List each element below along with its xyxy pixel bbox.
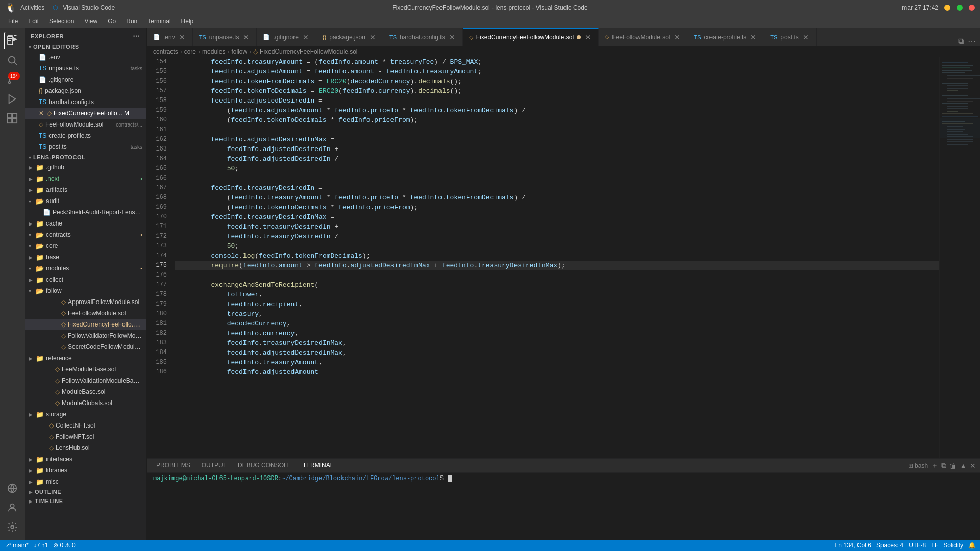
close-panel-icon[interactable]: ✕ [970, 462, 976, 470]
folder-follow[interactable]: ▾ 📂 follow [24, 285, 146, 296]
open-editor-hardhat[interactable]: TS hardhat.config.ts [24, 96, 146, 108]
tab-terminal[interactable]: TERMINAL [298, 460, 339, 471]
collect-nft-file[interactable]: ◇ CollectNFT.sol [24, 420, 146, 431]
open-editor-env[interactable]: 📄 .env [24, 52, 146, 63]
run-debug-activity-icon[interactable] [4, 90, 21, 108]
breadcrumb-modules[interactable]: modules [202, 48, 225, 55]
tab-fixed-close[interactable]: ✕ [584, 33, 592, 41]
tab-post[interactable]: TS post.ts ✕ [764, 28, 816, 46]
folder-storage[interactable]: ▶ 📁 storage [24, 409, 146, 420]
menu-edit[interactable]: Edit [24, 17, 43, 26]
folder-reference[interactable]: ▶ 📁 reference [24, 353, 146, 364]
folder-audit[interactable]: ▾ 📂 audit [24, 195, 146, 207]
folder-artifacts[interactable]: ▶ 📁 artifacts [24, 184, 146, 195]
breadcrumb-follow[interactable]: follow [231, 48, 247, 55]
explorer-activity-icon[interactable] [4, 32, 21, 49]
folder-core[interactable]: ▾ 📂 core [24, 240, 146, 252]
open-editor-fixed[interactable]: ✕ ◇ FixedCurrencyFeeFollo... M [24, 108, 146, 119]
peckshield-file[interactable]: 📄 PeckShield-Audit-Report-LensProto... [24, 207, 146, 218]
lens-protocol-section[interactable]: ▾ LENS-PROTOCOL [24, 153, 146, 162]
code-content[interactable]: feedInfo.treasuryAmount = (feedInfo.amou… [175, 57, 939, 458]
folder-modules[interactable]: ▾ 📂 modules • [24, 263, 146, 274]
split-editor-icon[interactable]: ⧉ [958, 37, 964, 46]
encoding[interactable]: UTF-8 [909, 542, 926, 549]
tab-debug-console[interactable]: DEBUG CONSOLE [233, 460, 297, 471]
folder-misc[interactable]: ▶ 📁 misc [24, 476, 146, 487]
folder-interfaces[interactable]: ▶ 📁 interfaces [24, 454, 146, 465]
folder-github[interactable]: ▶ 📁 .github [24, 162, 146, 173]
git-branch[interactable]: ⎇ main* [4, 542, 29, 549]
tab-feefm-close[interactable]: ✕ [673, 33, 681, 41]
open-editors-section[interactable]: ▾ OPEN EDITORS [24, 42, 146, 52]
open-editor-create-profile[interactable]: TS create-profile.ts [24, 130, 146, 141]
folder-collect[interactable]: ▶ 📁 collect [24, 274, 146, 285]
tab-unpause-close[interactable]: ✕ [242, 33, 250, 41]
tab-cp-close[interactable]: ✕ [749, 33, 757, 41]
breadcrumb-filename[interactable]: FixedCurrencyFeeFollowModule.sol [260, 48, 357, 55]
tab-hardhat[interactable]: TS hardhat.config.ts ✕ [383, 28, 463, 46]
account-activity-icon[interactable] [4, 499, 21, 516]
open-editor-post[interactable]: TS post.ts tasks [24, 141, 146, 153]
tab-pkg-close[interactable]: ✕ [369, 33, 377, 41]
fee-module-base-file[interactable]: ◇ FeeModuleBase.sol [24, 364, 146, 375]
follow-validator-file[interactable]: ◇ FollowValidatorFollowModule... [24, 330, 146, 341]
folder-contracts[interactable]: ▾ 📂 contracts • [24, 229, 146, 240]
tab-gitignore[interactable]: 📄 .gitignore ✕ [257, 28, 316, 46]
tab-package[interactable]: {} package.json ✕ [316, 28, 383, 46]
menu-file[interactable]: File [4, 17, 22, 26]
activities-label[interactable]: Activities [20, 4, 44, 11]
menu-run[interactable]: Run [122, 17, 141, 26]
source-control-activity-icon[interactable]: 124 [4, 71, 21, 88]
kill-terminal-icon[interactable]: 🗑 [949, 462, 957, 470]
menu-selection[interactable]: Selection [45, 17, 78, 26]
follow-nft-file[interactable]: ◇ FollowNFT.sol [24, 431, 146, 442]
eol[interactable]: LF [931, 542, 938, 549]
tab-fixed[interactable]: ◇ FixedCurrencyFeeFollowModule.sol ✕ [463, 28, 599, 46]
folder-base[interactable]: ▶ 📁 base [24, 252, 146, 263]
language[interactable]: Solidity [943, 542, 963, 549]
errors-count[interactable]: ⊗ 0 ⚠ 0 [53, 542, 75, 549]
menu-terminal[interactable]: Terminal [143, 17, 175, 26]
open-editor-gitignore[interactable]: 📄 .gitignore [24, 74, 146, 85]
git-sync[interactable]: ↓7 ↑1 [34, 542, 48, 549]
extensions-activity-icon[interactable] [4, 110, 21, 127]
tab-create-profile[interactable]: TS create-profile.ts ✕ [688, 28, 765, 46]
menu-help[interactable]: Help [177, 17, 198, 26]
follow-validation-file[interactable]: ◇ FollowValidationModuleBase.sol [24, 375, 146, 386]
breadcrumb-contracts[interactable]: contracts [153, 48, 178, 55]
close-btn[interactable] [969, 5, 975, 11]
folder-next[interactable]: ▶ 📁 .next • [24, 173, 146, 184]
menu-view[interactable]: View [80, 17, 102, 26]
search-activity-icon[interactable] [4, 52, 21, 69]
fixed-currency-follow-file[interactable]: ◇ FixedCurrencyFeeFollo... M [24, 319, 146, 330]
split-terminal-icon[interactable]: ⧉ [941, 461, 946, 470]
maximize-panel-icon[interactable]: ▲ [960, 462, 967, 470]
timeline-section[interactable]: ▶ TIMELINE [24, 496, 146, 506]
tab-feefm[interactable]: ◇ FeeFollowModule.sol ✕ [599, 28, 688, 46]
tab-post-close[interactable]: ✕ [802, 33, 810, 41]
more-actions-icon[interactable]: ⋯ [968, 36, 976, 46]
folder-cache[interactable]: ▶ 📁 cache [24, 218, 146, 229]
open-editor-unpause[interactable]: TS unpause.ts tasks [24, 63, 146, 74]
lens-hub-file[interactable]: ◇ LensHub.sol [24, 442, 146, 454]
folder-libraries[interactable]: ▶ 📁 libraries [24, 465, 146, 476]
cursor-position[interactable]: Ln 134, Col 6 [835, 542, 871, 549]
tab-env[interactable]: 📄 .env ✕ [147, 28, 193, 46]
tab-hh-close[interactable]: ✕ [448, 33, 456, 41]
module-base-file[interactable]: ◇ ModuleBase.sol [24, 386, 146, 397]
open-editor-package[interactable]: {} package.json [24, 85, 146, 96]
breadcrumb-core[interactable]: core [184, 48, 196, 55]
outline-section[interactable]: ▶ OUTLINE [24, 487, 146, 496]
tab-output[interactable]: OUTPUT [197, 460, 232, 471]
module-globals-file[interactable]: ◇ ModuleGlobals.sol [24, 397, 146, 409]
menu-go[interactable]: Go [104, 17, 120, 26]
minimize-btn[interactable] [944, 5, 950, 11]
new-file-icon[interactable]: ⋯ [133, 32, 140, 40]
tab-env-close[interactable]: ✕ [178, 33, 186, 41]
new-terminal-icon[interactable]: ＋ [931, 461, 938, 470]
notifications[interactable]: 🔔 [968, 542, 976, 549]
settings-activity-icon[interactable] [4, 518, 21, 536]
maximize-btn[interactable] [957, 5, 963, 11]
secret-code-file[interactable]: ◇ SecretCodeFollowModule.sol [24, 341, 146, 353]
fee-follow-file[interactable]: ◇ FeeFollowModule.sol [24, 308, 146, 319]
